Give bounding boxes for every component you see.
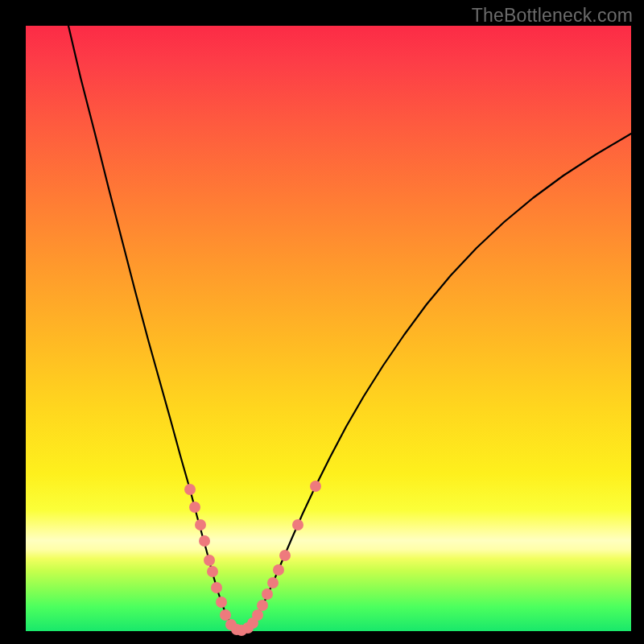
chart-frame: TheBottleneck.com [0,0,644,644]
data-point [216,597,227,608]
data-point [267,577,279,588]
data-point [310,481,321,492]
data-point [195,519,206,530]
watermark-text: TheBottleneck.com [472,5,633,27]
data-point [252,609,263,621]
data-point [257,600,268,611]
data-point [262,588,273,600]
data-point [292,519,303,530]
dots-left-cluster [184,484,247,636]
data-point [204,555,215,566]
data-point [211,582,222,593]
data-point [207,566,218,577]
data-point [184,484,196,495]
data-point [273,564,284,576]
data-point [189,502,200,513]
curve-svg [26,26,631,631]
bottleneck-curve [68,26,631,630]
data-point [220,609,231,621]
data-point [199,535,210,547]
plot-area [26,26,631,631]
dots-right-cluster [242,481,321,634]
data-point [279,550,291,561]
